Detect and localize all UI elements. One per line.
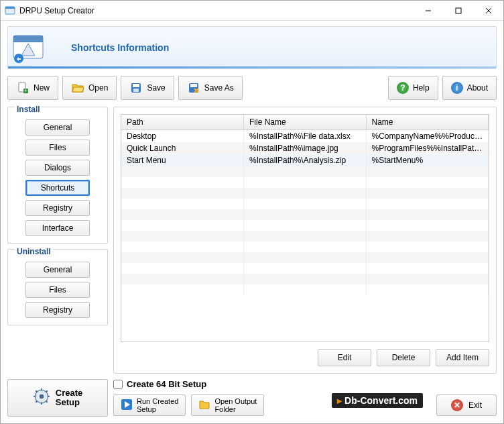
table-row-empty (121, 188, 489, 199)
create-64bit-checkbox[interactable]: Create 64 Bit Setup (113, 379, 497, 389)
sidebar-item-shortcuts[interactable]: Shortcuts (25, 180, 90, 196)
close-icon: ✕ (451, 399, 463, 411)
table-row-empty (121, 220, 489, 231)
sidebar-item-uninstall-general[interactable]: General (25, 262, 90, 278)
table-row[interactable]: Quick Launch%InstallPath%\image.jpg%Prog… (121, 142, 489, 154)
folder-icon (198, 399, 210, 412)
save-as-button[interactable]: Save As (178, 76, 243, 100)
table-row-empty (121, 284, 489, 295)
svg-rect-1 (5, 7, 15, 9)
maximize-button[interactable] (443, 1, 473, 21)
new-file-icon: + (16, 81, 29, 95)
minimize-button[interactable] (413, 1, 443, 21)
table-row-empty (121, 252, 489, 263)
save-as-icon (187, 81, 200, 95)
add-item-button[interactable]: Add Item (436, 349, 489, 366)
svg-text:+: + (24, 87, 27, 94)
sidebar-item-files[interactable]: Files (25, 140, 90, 156)
column-header[interactable]: Path (121, 115, 244, 130)
sidebar-item-dialogs[interactable]: Dialogs (25, 160, 90, 176)
uninstall-group-title: Uninstall (15, 247, 53, 256)
table-row-empty (121, 199, 489, 209)
svg-line-24 (46, 401, 47, 403)
help-icon: ? (397, 82, 409, 94)
install-group-title: Install (15, 105, 42, 114)
footer: Create Setup Create 64 Bit Setup Run Cre… (7, 379, 497, 417)
help-button[interactable]: ? Help (388, 76, 438, 100)
table-cell: %InstallPath%\Analysis.zip (244, 154, 367, 166)
table-row-empty (121, 242, 489, 252)
uninstall-group: Uninstall GeneralFilesRegistry (7, 249, 108, 325)
sidebar-item-uninstall-files[interactable]: Files (25, 282, 90, 298)
svg-line-23 (36, 391, 37, 392)
create-64bit-input[interactable] (113, 380, 123, 389)
table-actions: Edit Delete Add Item (121, 349, 489, 366)
new-label: New (34, 83, 50, 93)
table-row[interactable]: Start Menu%InstallPath%\Analysis.zip%Sta… (121, 154, 489, 166)
svg-rect-16 (190, 84, 197, 87)
sidebar-item-registry[interactable]: Registry (25, 200, 90, 216)
create-setup-button[interactable]: Create Setup (7, 379, 108, 417)
svg-rect-14 (133, 89, 139, 92)
install-group: Install GeneralFilesDialogsShortcutsRegi… (7, 107, 108, 244)
about-label: About (467, 83, 488, 93)
help-label: Help (413, 83, 430, 93)
svg-line-26 (46, 391, 47, 392)
open-output-folder-button[interactable]: Open Output Folder (191, 394, 264, 416)
banner-icon (12, 32, 44, 64)
exit-button[interactable]: ✕ Exit (436, 394, 497, 416)
svg-point-18 (40, 394, 44, 399)
content-area: Install GeneralFilesDialogsShortcutsRegi… (7, 107, 497, 374)
about-button[interactable]: i About (442, 76, 497, 100)
new-button[interactable]: + New (7, 76, 58, 100)
table-row-empty (121, 263, 489, 274)
save-icon (129, 81, 143, 95)
sidebar-item-interface[interactable]: Interface (25, 220, 90, 236)
folder-open-icon (71, 81, 84, 95)
table-cell: %StartMenu% (366, 154, 489, 166)
info-icon: i (451, 82, 463, 94)
svg-line-25 (36, 401, 37, 403)
saveas-label: Save As (204, 83, 234, 93)
svg-rect-7 (13, 36, 43, 42)
table-cell: Quick Launch (121, 142, 244, 154)
table-row-empty (121, 274, 489, 284)
delete-button[interactable]: Delete (377, 349, 430, 366)
open-button[interactable]: Open (62, 76, 117, 100)
titlebar: DRPU Setup Creator (1, 1, 503, 21)
close-button[interactable] (473, 1, 503, 21)
sidebar-item-uninstall-registry[interactable]: Registry (25, 302, 90, 318)
main-panel: PathFile NameName Desktop%InstallPath%\F… (113, 107, 497, 374)
footer-right: Create 64 Bit Setup Run Created Setup Op… (113, 379, 497, 417)
table-cell: %CompanyName%%ProductName% (366, 130, 489, 143)
run-created-label: Run Created Setup (137, 397, 178, 413)
table-row[interactable]: Desktop%InstallPath%\File data.xlsx%Comp… (121, 130, 489, 143)
window-title: DRPU Setup Creator (19, 6, 94, 15)
table-cell: %ProgramFiles%%InstallPath% (366, 142, 489, 154)
table-cell: %InstallPath%\File data.xlsx (244, 130, 367, 143)
save-button[interactable]: Save (121, 76, 174, 100)
open-output-label: Open Output Folder (214, 397, 257, 413)
header-banner: Shortcuts Information (7, 26, 497, 69)
gear-icon (33, 388, 50, 407)
svg-rect-13 (133, 84, 139, 87)
save-label: Save (147, 83, 165, 93)
column-header[interactable]: Name (366, 115, 489, 130)
table-cell: %InstallPath%\image.jpg (244, 142, 367, 154)
run-created-setup-button[interactable]: Run Created Setup (113, 394, 186, 416)
banner-title: Shortcuts Information (71, 42, 169, 53)
edit-button[interactable]: Edit (318, 349, 371, 366)
app-icon (5, 5, 15, 16)
table-row-empty (121, 231, 489, 242)
app-window: DRPU Setup Creator Shortcuts Information… (0, 0, 504, 424)
table-row-empty (121, 177, 489, 188)
sidebar-item-general[interactable]: General (25, 119, 90, 136)
table-cell: Desktop (121, 130, 244, 143)
column-header[interactable]: File Name (244, 115, 367, 130)
table-row-empty (121, 166, 489, 177)
shortcuts-table[interactable]: PathFile NameName Desktop%InstallPath%\F… (121, 114, 489, 342)
create-64bit-label: Create 64 Bit Setup (127, 379, 206, 389)
exit-label: Exit (468, 401, 482, 410)
create-setup-label: Create Setup (56, 388, 82, 408)
watermark: ▸Db-Convert.com (332, 393, 423, 408)
